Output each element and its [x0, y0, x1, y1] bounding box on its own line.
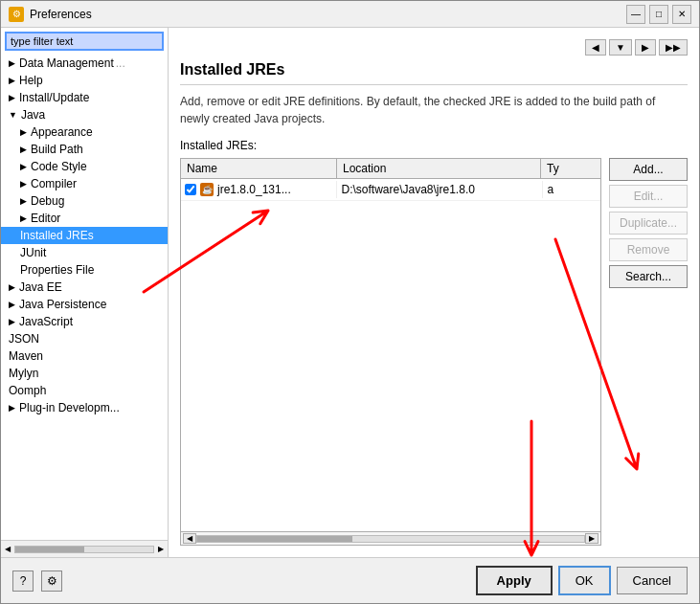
sidebar-scroll-thumb [15, 547, 84, 552]
sidebar-item-appearance[interactable]: ▶ Appearance [1, 123, 168, 141]
titlebar-title: Preferences [30, 8, 92, 21]
jre-cell-name: ☕ jre1.8.0_131... [181, 181, 337, 198]
cancel-button[interactable]: Cancel [617, 567, 688, 594]
apply-button[interactable]: Apply [476, 566, 553, 595]
sidebar-item-javascript[interactable]: ▶ JavaScript [1, 313, 168, 330]
jre-table-scrollbar[interactable]: ◀ ▶ [181, 531, 600, 545]
app-icon: ⚙ [9, 7, 24, 22]
sidebar-item-java-ee[interactable]: ▶ Java EE [1, 279, 168, 296]
titlebar: ⚙ Preferences — □ ✕ [1, 1, 699, 28]
sidebar-item-debug[interactable]: ▶ Debug [1, 192, 168, 210]
right-panel: ◀ ▼ ▶ ▶▶ Installed JREs Add, remove or e… [169, 28, 699, 557]
nav-forward-button[interactable]: ▶ [635, 39, 656, 56]
remove-button[interactable]: Remove [609, 238, 688, 261]
nav-bar: ◀ ▼ ▶ ▶▶ [180, 39, 688, 56]
sidebar-item-junit[interactable]: JUnit [1, 244, 168, 261]
scroll-left-button[interactable]: ◀ [183, 533, 196, 544]
chevron-right-icon: ▶ [9, 58, 15, 68]
sidebar-item-json[interactable]: JSON [1, 330, 168, 347]
installed-jres-label: Installed JREs: [180, 139, 688, 152]
sidebar-scroll-track[interactable] [14, 546, 154, 553]
ok-button[interactable]: OK [558, 566, 611, 595]
filter-search-input[interactable] [5, 32, 164, 51]
chevron-right-icon: ▶ [20, 127, 27, 137]
sidebar-item-installed-jres[interactable]: Installed JREs [1, 227, 168, 244]
sidebar-item-mylyn[interactable]: Mylyn [1, 365, 168, 382]
nav-back-button[interactable]: ◀ [585, 39, 606, 56]
sidebar-item-data-management[interactable]: ▶ Data Management ... [1, 55, 168, 72]
jre-checkbox[interactable] [185, 184, 196, 195]
chevron-right-icon: ▶ [9, 282, 15, 292]
jre-cell-location: D:\software\Java8\jre1.8.0 [337, 181, 543, 198]
jre-area: Name Location Ty ☕ jre1.8.0_131... [180, 158, 688, 546]
chevron-right-icon: ▶ [9, 300, 15, 309]
sidebar-item-editor[interactable]: ▶ Editor [1, 210, 168, 227]
close-button[interactable]: ✕ [672, 5, 691, 24]
sidebar-item-java[interactable]: ▼ Java [1, 106, 168, 123]
chevron-right-icon: ▶ [20, 213, 27, 223]
bottom-left: ? ⚙ [12, 570, 62, 592]
chevron-right-icon: ▶ [9, 93, 15, 102]
sidebar-item-build-path[interactable]: ▶ Build Path [1, 141, 168, 158]
scroll-track[interactable] [196, 535, 585, 543]
jre-table-body: ☕ jre1.8.0_131... D:\software\Java8\jre1… [181, 179, 600, 531]
sidebar-item-compiler[interactable]: ▶ Compiler [1, 175, 168, 192]
scroll-left-arrow[interactable]: ◀ [3, 545, 12, 553]
col-location: Location [337, 159, 541, 178]
chevron-right-icon: ▶ [20, 145, 27, 154]
bottom-bar: ? ⚙ Apply OK Cancel [1, 557, 699, 603]
chevron-right-icon: ▶ [9, 403, 15, 413]
titlebar-controls: — □ ✕ [626, 5, 691, 24]
help-icon-button[interactable]: ? [12, 570, 34, 592]
nav-forward-all-button[interactable]: ▶▶ [659, 39, 688, 56]
sidebar: ▶ Data Management ... ▶ Help ▶ Install/U… [1, 28, 169, 557]
sidebar-scrollbar[interactable]: ◀ ▶ [1, 540, 168, 557]
scroll-right-arrow[interactable]: ▶ [156, 545, 166, 553]
sidebar-item-maven[interactable]: Maven [1, 347, 168, 365]
col-name: Name [181, 159, 337, 178]
scroll-right-button[interactable]: ▶ [585, 533, 598, 544]
sidebar-item-plug-in-development[interactable]: ▶ Plug-in Developm... [1, 399, 168, 416]
chevron-right-icon: ▶ [20, 179, 27, 189]
add-button[interactable]: Add... [609, 158, 688, 181]
panel-description: Add, remove or edit JRE definitions. By … [180, 93, 688, 127]
tree-container: ▶ Data Management ... ▶ Help ▶ Install/U… [1, 55, 168, 540]
jre-table-header: Name Location Ty [181, 159, 600, 179]
maximize-button[interactable]: □ [649, 5, 668, 24]
sidebar-item-java-persistence[interactable]: ▶ Java Persistence [1, 296, 168, 313]
settings-icon-button[interactable]: ⚙ [41, 570, 62, 592]
scroll-thumb [197, 536, 352, 542]
sidebar-item-code-style[interactable]: ▶ Code Style [1, 158, 168, 175]
jre-icon: ☕ [200, 183, 214, 196]
panel-title: Installed JREs [180, 61, 688, 85]
sidebar-item-help[interactable]: ▶ Help [1, 72, 168, 89]
main-content: ▶ Data Management ... ▶ Help ▶ Install/U… [1, 28, 699, 557]
chevron-down-icon: ▼ [9, 110, 17, 120]
col-type: Ty [541, 159, 600, 178]
bottom-right: Apply OK Cancel [476, 566, 688, 595]
chevron-right-icon: ▶ [9, 76, 15, 85]
chevron-right-icon: ▶ [20, 196, 27, 206]
nav-forward-dropdown-button[interactable]: ▼ [609, 39, 632, 56]
jre-table-row[interactable]: ☕ jre1.8.0_131... D:\software\Java8\jre1… [181, 179, 600, 201]
sidebar-item-properties-files[interactable]: Properties File [1, 261, 168, 279]
chevron-right-icon: ▶ [9, 317, 15, 326]
buttons-panel: Add... Edit... Duplicate... Remove Searc… [609, 158, 688, 546]
search-button[interactable]: Search... [609, 265, 688, 288]
sidebar-item-install-update[interactable]: ▶ Install/Update [1, 89, 168, 106]
jre-table: Name Location Ty ☕ jre1.8.0_131... [180, 158, 601, 546]
minimize-button[interactable]: — [626, 5, 645, 24]
nav-arrows: ◀ ▼ ▶ ▶▶ [585, 39, 688, 56]
sidebar-item-oomph[interactable]: Oomph [1, 382, 168, 399]
jre-cell-type: a [543, 181, 600, 198]
chevron-right-icon: ▶ [20, 162, 27, 171]
edit-button[interactable]: Edit... [609, 185, 688, 208]
duplicate-button[interactable]: Duplicate... [609, 212, 688, 235]
titlebar-left: ⚙ Preferences [9, 7, 92, 22]
